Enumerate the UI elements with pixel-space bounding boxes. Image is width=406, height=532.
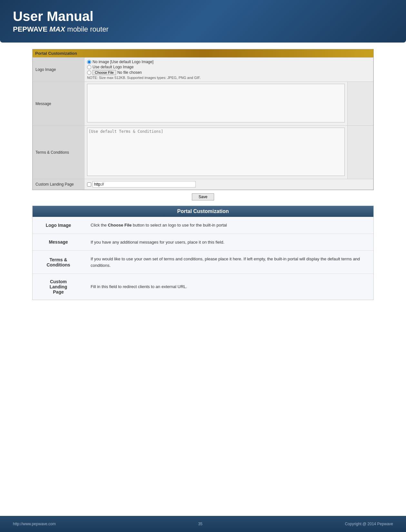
logo-label: Logo Image bbox=[33, 58, 84, 82]
logo-option1-label: No image [Use default Logo Image] bbox=[93, 60, 153, 64]
page-subtitle: PEPWAVE MAX mobile router bbox=[13, 25, 393, 34]
terms-right bbox=[348, 126, 373, 179]
form-section-header: Portal Customization bbox=[33, 49, 373, 57]
doc-section-header: Portal Customization bbox=[33, 206, 373, 217]
form-section-title: Portal Customization bbox=[35, 51, 77, 56]
doc-row-landing: CustomLandingPage Fill in this field to … bbox=[33, 274, 373, 300]
logo-option3: Choose File No file chosen bbox=[87, 70, 371, 75]
doc-choose-file-bold: Choose File bbox=[108, 223, 132, 227]
landing-label: Custom Landing Page bbox=[33, 179, 84, 190]
footer-copyright: Copyright @ 2014 Pepwave bbox=[345, 522, 393, 526]
form-table: Logo Image No image [Use default Logo Im… bbox=[33, 57, 373, 190]
logo-note: NOTE: Size max 512KB. Supported images t… bbox=[87, 76, 371, 80]
logo-radio3[interactable] bbox=[87, 71, 91, 75]
message-right bbox=[348, 82, 373, 126]
page-title: User Manual bbox=[13, 9, 393, 24]
terms-textarea[interactable] bbox=[87, 128, 345, 176]
landing-checkbox[interactable] bbox=[87, 182, 91, 187]
terms-content bbox=[84, 126, 348, 179]
no-file-label: No file chosen bbox=[117, 70, 142, 75]
logo-option2: Use default Logo Image bbox=[87, 65, 371, 69]
doc-message-label: Message bbox=[33, 234, 84, 251]
form-container: Portal Customization Logo Image No image… bbox=[32, 49, 374, 190]
logo-image-row: Logo Image No image [Use default Logo Im… bbox=[33, 58, 373, 82]
doc-section: Portal Customization Logo Image Click th… bbox=[32, 206, 374, 300]
message-textarea[interactable] bbox=[87, 84, 345, 122]
subtitle-suffix: mobile router bbox=[65, 25, 109, 33]
doc-terms-label: Terms &Conditions bbox=[33, 251, 84, 274]
landing-row: Custom Landing Page bbox=[33, 179, 373, 190]
page-footer: http://www.pepwave.com 35 Copyright @ 20… bbox=[0, 516, 406, 532]
doc-landing-label-text: CustomLandingPage bbox=[50, 279, 67, 295]
doc-landing-content: Fill in this field to redirect clients t… bbox=[84, 274, 373, 300]
terms-label: Terms & Conditions bbox=[33, 126, 84, 179]
doc-landing-label: CustomLandingPage bbox=[33, 274, 84, 300]
doc-section-title: Portal Customization bbox=[177, 208, 229, 214]
doc-logo-label-text: Logo Image bbox=[46, 223, 71, 228]
message-row: Message bbox=[33, 82, 373, 126]
doc-terms-label-text: Terms &Conditions bbox=[46, 257, 70, 267]
save-btn-row: Save bbox=[32, 193, 374, 200]
subtitle-max: MAX bbox=[49, 25, 65, 33]
doc-logo-content: Click the Choose File button to select a… bbox=[84, 217, 373, 234]
doc-logo-label: Logo Image bbox=[33, 217, 84, 234]
main-content: Portal Customization Logo Image No image… bbox=[0, 43, 406, 313]
doc-message-content: If you have any additional messages for … bbox=[84, 234, 373, 251]
subtitle-prefix: PEPWAVE bbox=[13, 25, 49, 33]
landing-content bbox=[84, 179, 373, 190]
save-button[interactable]: Save bbox=[192, 193, 214, 200]
choose-file-button[interactable]: Choose File bbox=[93, 70, 116, 75]
terms-row: Terms & Conditions bbox=[33, 126, 373, 179]
page-header: User Manual PEPWAVE MAX mobile router bbox=[0, 0, 406, 43]
logo-radio1[interactable] bbox=[87, 60, 91, 64]
doc-message-label-text: Message bbox=[49, 239, 68, 245]
logo-option1: No image [Use default Logo Image] bbox=[87, 60, 371, 64]
landing-input-wrap bbox=[87, 181, 371, 188]
footer-url: http://www.pepwave.com bbox=[13, 522, 56, 526]
message-content bbox=[84, 82, 348, 126]
logo-content: No image [Use default Logo Image] Use de… bbox=[84, 58, 373, 82]
footer-page-number: 35 bbox=[198, 522, 202, 526]
doc-row-logo: Logo Image Click the Choose File button … bbox=[33, 217, 373, 234]
message-label: Message bbox=[33, 82, 84, 126]
logo-option2-label: Use default Logo Image bbox=[93, 65, 134, 69]
doc-row-message: Message If you have any additional messa… bbox=[33, 234, 373, 251]
doc-terms-content: If you would like to use your own set of… bbox=[84, 251, 373, 274]
logo-radio2[interactable] bbox=[87, 65, 91, 69]
doc-table: Logo Image Click the Choose File button … bbox=[33, 217, 373, 300]
landing-url-input[interactable] bbox=[93, 181, 196, 188]
doc-row-terms: Terms &Conditions If you would like to u… bbox=[33, 251, 373, 274]
